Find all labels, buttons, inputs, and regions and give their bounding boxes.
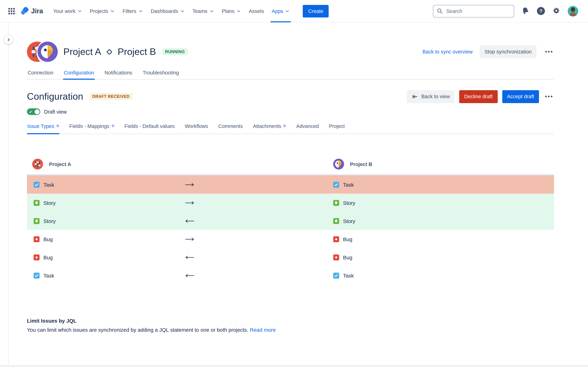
help-icon[interactable]: ?: [537, 7, 545, 15]
back-to-view-label: Back to view: [421, 94, 450, 99]
nav-item-plans[interactable]: Plans: [218, 0, 245, 22]
stop-synchronization-button[interactable]: Stop synchronization: [480, 45, 536, 58]
nav-item-dashboards[interactable]: Dashboards: [147, 0, 189, 22]
subtab-fields-mappings[interactable]: Fields - Mappings: [69, 123, 115, 133]
mapping-right-cell: Story: [333, 200, 554, 206]
mapping-row[interactable]: StoryStory: [27, 194, 554, 212]
mapping-left-cell: Bug: [27, 236, 184, 242]
main-content: Project A Project B RUNNING Back to sync…: [27, 22, 554, 333]
mapping-left-cell: Story: [27, 200, 184, 206]
primary-nav-items: Your workProjectsFiltersDashboardsTeamsP…: [49, 0, 294, 22]
tab-troubleshooting[interactable]: Troubleshooting: [142, 67, 180, 79]
left-project-name: Project A: [49, 161, 71, 167]
issue-type-label: Task: [343, 182, 354, 188]
arrow-right-icon: [184, 182, 195, 187]
notifications-bell-icon[interactable]: [521, 7, 529, 16]
nav-item-apps[interactable]: Apps: [268, 0, 294, 22]
jira-app: Jira Your workProjectsFiltersDashboardsT…: [0, 0, 588, 367]
subtab-label: Fields - Mappings: [69, 123, 109, 129]
jira-logo[interactable]: Jira: [21, 7, 43, 15]
story-icon: [333, 218, 339, 224]
decline-draft-button[interactable]: Decline draft: [459, 90, 498, 103]
sidebar-rail-divider: [8, 22, 9, 367]
subtab-workflows[interactable]: Workflows: [184, 123, 208, 133]
back-to-view-button[interactable]: Back to view: [407, 90, 455, 103]
chevron-down-icon: [285, 8, 290, 13]
mapping-row[interactable]: TaskTask: [27, 266, 554, 284]
mapping-direction-cell: [184, 200, 333, 205]
mapping-right-cell: Task: [333, 272, 554, 278]
subtab-issue-types[interactable]: Issue Types: [27, 123, 60, 133]
subtab-label: Advanced: [296, 123, 319, 129]
subtab-label: Attachments: [253, 123, 281, 129]
draft-view-toggle[interactable]: [27, 108, 40, 115]
chevron-down-icon: [209, 8, 214, 13]
left-project-header: Project A: [32, 159, 333, 169]
bug-icon: [34, 236, 40, 242]
subtab-label: Fields - Default values: [124, 123, 175, 129]
mapping-column-headers: Project A Project B: [27, 159, 554, 169]
subtab-label: Comments: [218, 123, 243, 129]
mapping-right-cell: Task: [333, 182, 554, 188]
sync-header: Project A Project B RUNNING Back to sync…: [27, 41, 554, 62]
sync-tabs: ConnectionConfigurationNotificationsTrou…: [27, 67, 554, 80]
app-switcher-icon[interactable]: [6, 5, 17, 17]
mapping-right-cell: Bug: [333, 236, 554, 242]
nav-item-teams[interactable]: Teams: [189, 0, 218, 22]
mapping-row[interactable]: StoryStory: [27, 212, 554, 230]
nav-item-label: Plans: [222, 8, 234, 14]
config-header: Configuration DRAFT RECEIVED Back to vie…: [27, 89, 554, 104]
chevron-down-icon: [77, 8, 82, 13]
subtab-label: Workflows: [185, 123, 208, 129]
subtab-comments[interactable]: Comments: [218, 123, 243, 133]
page-title: Configuration: [27, 91, 83, 102]
chevron-down-icon: [110, 8, 115, 13]
issue-type-label: Task: [43, 182, 54, 188]
tab-configuration[interactable]: Configuration: [63, 67, 95, 79]
top-nav-right: ?: [433, 5, 578, 17]
search-input[interactable]: [446, 8, 510, 14]
chevron-down-icon: [180, 8, 185, 13]
nav-item-label: Apps: [272, 8, 283, 14]
subtab-project[interactable]: Project: [329, 123, 345, 133]
subtab-attachments[interactable]: Attachments: [252, 123, 286, 133]
mapping-right-cell: Story: [333, 218, 554, 224]
mapping-direction-cell: [184, 237, 333, 241]
sync-actions: Back to sync overview Stop synchronizati…: [423, 45, 554, 58]
nav-item-projects[interactable]: Projects: [86, 0, 119, 22]
mapping-direction-cell: [184, 182, 333, 187]
subtab-fields-default-values[interactable]: Fields - Default values: [124, 123, 175, 133]
sidebar-expand-button[interactable]: [4, 35, 13, 44]
mapping-left-cell: Story: [27, 218, 184, 224]
issue-type-label: Task: [43, 272, 54, 278]
config-more-options-button[interactable]: [544, 94, 554, 99]
mapping-row[interactable]: BugBug: [27, 248, 554, 266]
help-question-glyph: ?: [537, 7, 545, 15]
task-icon: [34, 272, 40, 278]
back-to-sync-overview-link[interactable]: Back to sync overview: [423, 49, 473, 55]
mapping-left-cell: Task: [27, 182, 184, 188]
user-avatar[interactable]: [568, 6, 578, 16]
project-avatars: [27, 41, 59, 62]
change-indicator-dot: [56, 125, 59, 127]
accept-draft-button[interactable]: Accept draft: [502, 90, 539, 103]
mapping-row[interactable]: TaskTask: [27, 175, 554, 194]
search-box[interactable]: [433, 5, 514, 17]
issue-type-mapping: Project A Project B TaskTaskStoryStorySt…: [27, 159, 554, 284]
nav-item-filters[interactable]: Filters: [119, 0, 147, 22]
subtab-label: Project: [329, 123, 345, 129]
tab-connection[interactable]: Connection: [27, 67, 54, 79]
nav-item-your-work[interactable]: Your work: [49, 0, 86, 22]
tab-notifications[interactable]: Notifications: [104, 67, 133, 79]
task-icon: [34, 182, 40, 188]
settings-gear-icon[interactable]: [552, 7, 560, 15]
issue-type-label: Story: [343, 200, 355, 206]
top-nav: Jira Your workProjectsFiltersDashboardsT…: [0, 0, 588, 22]
sync-more-options-button[interactable]: [544, 49, 554, 54]
nav-item-assets[interactable]: Assets: [245, 0, 268, 22]
subtab-advanced[interactable]: Advanced: [296, 123, 319, 133]
create-button[interactable]: Create: [303, 5, 329, 17]
mapping-row[interactable]: BugBug: [27, 230, 554, 248]
read-more-link[interactable]: Read more: [250, 327, 276, 333]
bug-icon: [333, 254, 339, 260]
